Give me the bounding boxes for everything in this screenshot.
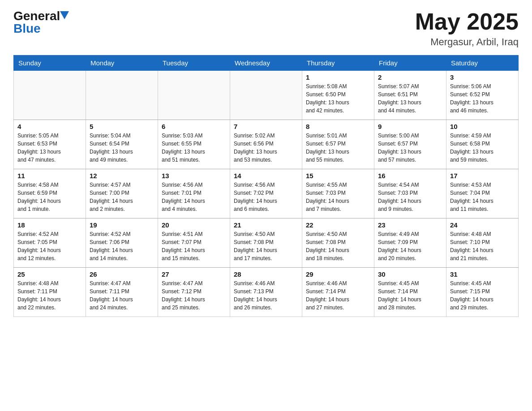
day-info: Sunrise: 4:49 AM Sunset: 7:09 PM Dayligh… (378, 230, 442, 262)
day-info: Sunrise: 5:02 AM Sunset: 6:56 PM Dayligh… (234, 132, 298, 164)
calendar-cell: 6Sunrise: 5:03 AM Sunset: 6:55 PM Daylig… (158, 120, 230, 169)
calendar-cell: 19Sunrise: 4:52 AM Sunset: 7:06 PM Dayli… (86, 218, 158, 268)
day-number: 14 (234, 172, 298, 180)
day-info: Sunrise: 4:55 AM Sunset: 7:03 PM Dayligh… (306, 181, 370, 213)
calendar-cell: 29Sunrise: 4:46 AM Sunset: 7:14 PM Dayli… (302, 268, 374, 317)
day-number: 27 (162, 270, 226, 278)
day-number: 29 (306, 270, 370, 278)
day-number: 6 (162, 123, 226, 130)
day-info: Sunrise: 4:51 AM Sunset: 7:07 PM Dayligh… (162, 230, 226, 262)
page-header: General Blue May 2025 Mergasur, Arbil, I… (13, 9, 519, 48)
weekday-header-saturday: Saturday (446, 56, 519, 71)
calendar-cell (230, 71, 302, 120)
weekday-header-wednesday: Wednesday (230, 56, 302, 71)
day-number: 7 (234, 123, 298, 130)
weekday-header-monday: Monday (86, 56, 158, 71)
day-info: Sunrise: 4:54 AM Sunset: 7:03 PM Dayligh… (378, 181, 442, 213)
day-info: Sunrise: 5:01 AM Sunset: 6:57 PM Dayligh… (306, 132, 370, 164)
calendar-cell: 21Sunrise: 4:50 AM Sunset: 7:08 PM Dayli… (230, 218, 302, 268)
calendar-cell (14, 71, 86, 120)
day-number: 19 (90, 221, 154, 229)
calendar-cell: 26Sunrise: 4:47 AM Sunset: 7:11 PM Dayli… (86, 268, 158, 317)
day-info: Sunrise: 5:07 AM Sunset: 6:51 PM Dayligh… (378, 82, 442, 115)
calendar-cell: 25Sunrise: 4:48 AM Sunset: 7:11 PM Dayli… (14, 268, 86, 317)
calendar-cell: 27Sunrise: 4:47 AM Sunset: 7:12 PM Dayli… (158, 268, 230, 317)
calendar-week-row: 1Sunrise: 5:08 AM Sunset: 6:50 PM Daylig… (14, 71, 519, 120)
day-info: Sunrise: 5:06 AM Sunset: 6:52 PM Dayligh… (450, 82, 515, 115)
calendar-week-row: 25Sunrise: 4:48 AM Sunset: 7:11 PM Dayli… (14, 268, 519, 317)
day-number: 25 (17, 270, 82, 278)
calendar-location: Mergasur, Arbil, Iraq (415, 36, 519, 48)
calendar-week-row: 11Sunrise: 4:58 AM Sunset: 6:59 PM Dayli… (14, 169, 519, 218)
day-info: Sunrise: 5:00 AM Sunset: 6:57 PM Dayligh… (378, 132, 442, 164)
day-info: Sunrise: 4:48 AM Sunset: 7:11 PM Dayligh… (17, 279, 82, 312)
calendar-cell: 20Sunrise: 4:51 AM Sunset: 7:07 PM Dayli… (158, 218, 230, 268)
calendar-cell: 23Sunrise: 4:49 AM Sunset: 7:09 PM Dayli… (374, 218, 446, 268)
calendar-cell: 8Sunrise: 5:01 AM Sunset: 6:57 PM Daylig… (302, 120, 374, 169)
day-number: 30 (378, 270, 442, 278)
day-number: 22 (306, 221, 370, 229)
calendar-cell: 18Sunrise: 4:52 AM Sunset: 7:05 PM Dayli… (14, 218, 86, 268)
day-info: Sunrise: 4:47 AM Sunset: 7:11 PM Dayligh… (90, 279, 154, 312)
calendar-cell: 16Sunrise: 4:54 AM Sunset: 7:03 PM Dayli… (374, 169, 446, 218)
calendar-cell: 5Sunrise: 5:04 AM Sunset: 6:54 PM Daylig… (86, 120, 158, 169)
day-info: Sunrise: 5:03 AM Sunset: 6:55 PM Dayligh… (162, 132, 226, 164)
calendar-cell: 28Sunrise: 4:46 AM Sunset: 7:13 PM Dayli… (230, 268, 302, 317)
calendar-week-row: 18Sunrise: 4:52 AM Sunset: 7:05 PM Dayli… (14, 218, 519, 268)
calendar-cell: 2Sunrise: 5:07 AM Sunset: 6:51 PM Daylig… (374, 71, 446, 120)
calendar-cell: 22Sunrise: 4:50 AM Sunset: 7:08 PM Dayli… (302, 218, 374, 268)
calendar-cell: 4Sunrise: 5:05 AM Sunset: 6:53 PM Daylig… (14, 120, 86, 169)
day-number: 4 (17, 123, 82, 130)
calendar-table: SundayMondayTuesdayWednesdayThursdayFrid… (13, 55, 519, 317)
calendar-cell: 14Sunrise: 4:56 AM Sunset: 7:02 PM Dayli… (230, 169, 302, 218)
weekday-header-sunday: Sunday (14, 56, 86, 71)
logo-blue-text: Blue (13, 21, 41, 36)
day-info: Sunrise: 4:58 AM Sunset: 6:59 PM Dayligh… (17, 181, 82, 213)
day-info: Sunrise: 4:50 AM Sunset: 7:08 PM Dayligh… (306, 230, 370, 262)
calendar-cell (86, 71, 158, 120)
day-number: 12 (90, 172, 154, 180)
logo-triangle-icon (60, 11, 69, 19)
day-number: 16 (378, 172, 442, 180)
calendar-cell: 7Sunrise: 5:02 AM Sunset: 6:56 PM Daylig… (230, 120, 302, 169)
calendar-cell: 1Sunrise: 5:08 AM Sunset: 6:50 PM Daylig… (302, 71, 374, 120)
day-info: Sunrise: 4:46 AM Sunset: 7:13 PM Dayligh… (234, 279, 298, 312)
weekday-header-friday: Friday (374, 56, 446, 71)
day-info: Sunrise: 4:47 AM Sunset: 7:12 PM Dayligh… (162, 279, 226, 312)
calendar-cell (158, 71, 230, 120)
day-info: Sunrise: 4:45 AM Sunset: 7:14 PM Dayligh… (378, 279, 442, 312)
day-number: 1 (306, 73, 370, 81)
day-info: Sunrise: 5:04 AM Sunset: 6:54 PM Dayligh… (90, 132, 154, 164)
logo: General Blue (13, 9, 69, 36)
day-info: Sunrise: 4:57 AM Sunset: 7:00 PM Dayligh… (90, 181, 154, 213)
title-block: May 2025 Mergasur, Arbil, Iraq (415, 9, 519, 48)
day-info: Sunrise: 4:45 AM Sunset: 7:15 PM Dayligh… (450, 279, 515, 312)
calendar-cell: 10Sunrise: 4:59 AM Sunset: 6:58 PM Dayli… (446, 120, 519, 169)
day-number: 23 (378, 221, 442, 229)
day-number: 31 (450, 270, 515, 278)
weekday-header-tuesday: Tuesday (158, 56, 230, 71)
day-info: Sunrise: 4:56 AM Sunset: 7:02 PM Dayligh… (234, 181, 298, 213)
calendar-cell: 9Sunrise: 5:00 AM Sunset: 6:57 PM Daylig… (374, 120, 446, 169)
day-number: 28 (234, 270, 298, 278)
day-info: Sunrise: 4:50 AM Sunset: 7:08 PM Dayligh… (234, 230, 298, 262)
day-number: 2 (378, 73, 442, 81)
calendar-week-row: 4Sunrise: 5:05 AM Sunset: 6:53 PM Daylig… (14, 120, 519, 169)
day-number: 3 (450, 73, 515, 81)
day-info: Sunrise: 4:52 AM Sunset: 7:05 PM Dayligh… (17, 230, 82, 262)
day-number: 20 (162, 221, 226, 229)
day-number: 8 (306, 123, 370, 130)
day-info: Sunrise: 4:56 AM Sunset: 7:01 PM Dayligh… (162, 181, 226, 213)
day-number: 15 (306, 172, 370, 180)
day-info: Sunrise: 5:08 AM Sunset: 6:50 PM Dayligh… (306, 82, 370, 115)
calendar-cell: 17Sunrise: 4:53 AM Sunset: 7:04 PM Dayli… (446, 169, 519, 218)
weekday-header-row: SundayMondayTuesdayWednesdayThursdayFrid… (14, 56, 519, 71)
calendar-cell: 15Sunrise: 4:55 AM Sunset: 7:03 PM Dayli… (302, 169, 374, 218)
weekday-header-thursday: Thursday (302, 56, 374, 71)
calendar-cell: 30Sunrise: 4:45 AM Sunset: 7:14 PM Dayli… (374, 268, 446, 317)
calendar-title: May 2025 (415, 9, 519, 34)
day-info: Sunrise: 4:46 AM Sunset: 7:14 PM Dayligh… (306, 279, 370, 312)
day-info: Sunrise: 4:52 AM Sunset: 7:06 PM Dayligh… (90, 230, 154, 262)
day-number: 26 (90, 270, 154, 278)
day-number: 10 (450, 123, 515, 130)
